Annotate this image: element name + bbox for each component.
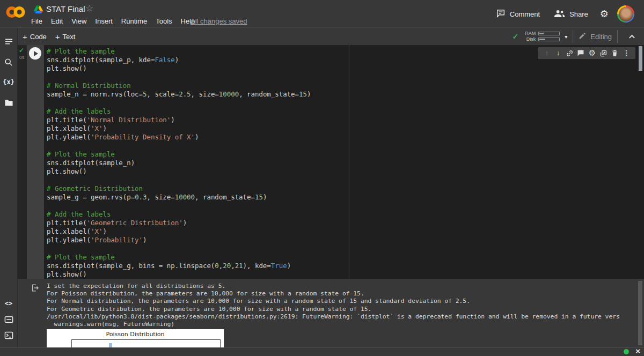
plus-icon: +: [55, 33, 60, 41]
settings-button[interactable]: ⚙: [600, 5, 609, 23]
code-line: sns.distplot(sample_g, bins = np.linspac…: [47, 262, 644, 270]
sidebar-terminal-button[interactable]: [0, 329, 17, 342]
code-line: plt.ylabel('Probability Density of X'): [47, 133, 644, 142]
comment-icon: [496, 9, 506, 20]
add-comment-button[interactable]: [576, 49, 585, 57]
menu-item-view[interactable]: View: [67, 16, 91, 26]
output-line: /usr/local/lib/python3.8/dist-packages/s…: [47, 313, 636, 321]
disk-usage-bar: [538, 38, 560, 41]
add-code-button[interactable]: + Code: [23, 33, 47, 41]
comment-icon: [577, 49, 584, 57]
share-button[interactable]: Share: [554, 5, 588, 23]
code-line: # Add the labels: [47, 210, 644, 219]
menu-item-tools[interactable]: Tools: [151, 16, 176, 26]
plus-icon: +: [23, 33, 27, 41]
resources-caret-down-icon[interactable]: ▾: [565, 34, 567, 40]
code-cell: ✓ 0s # Plot the samplesns.distplot(sampl…: [18, 45, 644, 279]
code-line: plt.title('Geometric Distribution'): [47, 219, 644, 227]
search-icon: [4, 58, 13, 66]
add-code-label: Code: [30, 33, 47, 41]
menu-item-insert[interactable]: Insert: [91, 16, 117, 26]
code-lines: # Plot the samplesns.distplot(sample_p, …: [47, 47, 644, 279]
output-line: For Geometric distribution, the paramete…: [47, 306, 636, 313]
mirror-cell-button[interactable]: [599, 49, 608, 57]
mirror-cell-icon: [599, 49, 608, 57]
close-icon[interactable]: ×: [635, 346, 640, 355]
gear-icon: ⚙: [600, 8, 609, 20]
output-line: For Poisson distribution, the parameters…: [47, 290, 636, 298]
ram-label: RAM: [523, 31, 536, 36]
code-line: # Plot the sample: [47, 150, 644, 159]
copy-link-button[interactable]: [565, 49, 574, 57]
code-snippets-icon: <>: [5, 300, 12, 307]
output-scrollbar[interactable]: [638, 281, 642, 345]
code-line: sample_g = geom.rvs(p=0.3, size=10000, r…: [47, 193, 644, 202]
gear-icon: ⚙: [589, 49, 596, 57]
divider: [617, 30, 618, 43]
header: STAT Final ☆ FileEditViewInsertRuntimeTo…: [0, 0, 644, 28]
sidebar-files-button[interactable]: [0, 96, 17, 109]
menu-item-file[interactable]: File: [27, 16, 47, 26]
divider: [573, 30, 573, 43]
connected-status-dot: [624, 349, 629, 354]
avatar-photo: [619, 7, 633, 21]
code-line: [47, 73, 644, 81]
link-icon: [566, 49, 574, 57]
editing-mode-button[interactable]: Editing: [579, 32, 612, 41]
add-text-button[interactable]: + Text: [55, 33, 76, 41]
editor-settings-button[interactable]: ⚙: [588, 49, 597, 57]
code-line: # Add the labels: [47, 107, 644, 116]
run-cell-button[interactable]: [29, 47, 41, 60]
output-line: I set the expectation for all distributi…: [47, 283, 636, 290]
resources-indicator[interactable]: RAM Disk: [523, 31, 560, 42]
runtime-check-icon: ✓: [512, 32, 518, 41]
code-editor[interactable]: # Plot the samplesns.distplot(sample_p, …: [44, 45, 644, 279]
code-line: # Plot the sample: [47, 253, 644, 262]
collapse-toolbar-button[interactable]: [628, 33, 636, 41]
code-line: [47, 99, 644, 107]
header-actions: Comment Share ⚙: [482, 5, 634, 23]
code-line: [47, 142, 644, 150]
code-line: sample_n = norm.rvs(loc=5, scale=2.5, si…: [47, 90, 644, 99]
notebook-title[interactable]: STAT Final: [46, 4, 85, 13]
move-cell-down-button[interactable]: ↓: [554, 49, 562, 57]
move-cell-up-button[interactable]: ↑: [543, 49, 551, 57]
code-line: [47, 244, 644, 253]
cell-output: I set the expectation for all distributi…: [18, 279, 644, 347]
menubar: FileEditViewInsertRuntimeToolsHelp: [27, 16, 199, 26]
colab-logo-icon[interactable]: [5, 5, 26, 21]
sidebar-command-palette-button[interactable]: [0, 313, 17, 326]
left-sidebar: {x} <>: [0, 28, 18, 347]
code-line: plt.show(): [47, 167, 644, 176]
output-line: For Normal distribution, the parameters …: [47, 298, 636, 305]
sidebar-search-button[interactable]: [0, 56, 17, 69]
plot-histogram-bar: [109, 343, 112, 347]
cell-gutter: [27, 45, 44, 279]
star-icon[interactable]: ☆: [85, 3, 93, 14]
cell-toolbar: ↑ ↓ ⚙: [538, 47, 635, 59]
code-line: # Geometric Distribution: [47, 184, 644, 193]
avatar[interactable]: [617, 5, 634, 23]
pencil-icon: [579, 32, 587, 41]
sidebar-code-snippets-button[interactable]: <>: [0, 297, 17, 310]
changes-saved-status[interactable]: All changes saved: [191, 16, 247, 26]
sidebar-toc-button[interactable]: [0, 35, 17, 48]
code-line: # Normal Distribution: [47, 81, 644, 90]
code-line: plt.show(): [47, 64, 644, 73]
more-cell-actions-button[interactable]: ⋮: [622, 49, 631, 57]
play-icon: [34, 51, 38, 56]
code-line: plt.xlabel('X'): [47, 227, 644, 236]
delete-cell-button[interactable]: [611, 49, 619, 57]
code-line: sns.distplot(sample_n): [47, 159, 644, 167]
variables-icon: {x}: [3, 78, 14, 86]
menu-item-edit[interactable]: Edit: [47, 16, 67, 26]
notebook-scrollbar[interactable]: [639, 46, 642, 71]
terminal-icon: [4, 331, 13, 339]
code-line: [47, 176, 644, 184]
editing-label: Editing: [590, 33, 612, 41]
plot-title: Poisson Distribution: [47, 331, 224, 338]
comment-button[interactable]: Comment: [496, 5, 540, 23]
sidebar-variables-button[interactable]: {x}: [0, 76, 17, 88]
menu-item-runtime[interactable]: Runtime: [117, 16, 151, 26]
code-line: plt.ylabel('Probability'): [47, 236, 644, 244]
